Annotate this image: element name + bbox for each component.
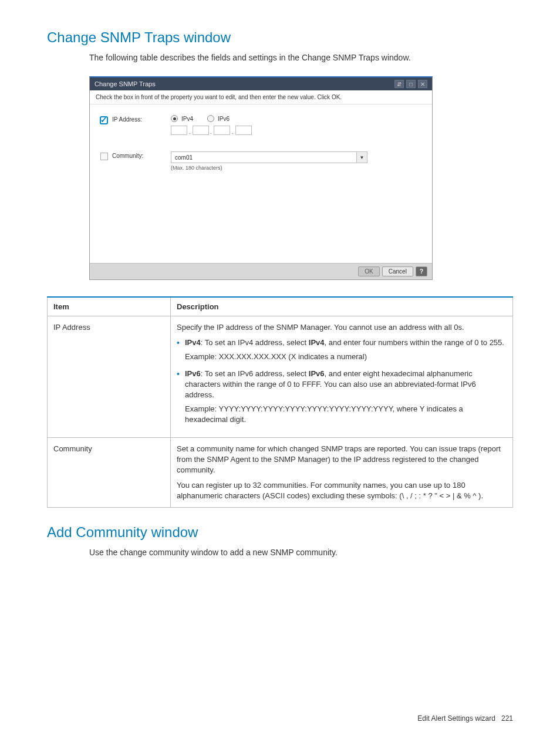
checkbox-community[interactable]	[100, 153, 108, 160]
window-close-icon[interactable]: ✕	[418, 80, 427, 88]
dialog-instruction: Check the box in front of the property y…	[90, 90, 432, 104]
cell-desc-community: Set a community name for which changed S…	[171, 437, 513, 508]
table-row: Community Set a community name for which…	[48, 437, 513, 508]
label-ip-address: IP Address:	[112, 115, 171, 123]
desc-ip-intro: Specify the IP address of the SNMP Manag…	[177, 322, 507, 333]
table-row: IP Address Specify the IP address of the…	[48, 316, 513, 438]
description-table: Item Description IP Address Specify the …	[47, 296, 513, 508]
intro-text: The following table describes the fields…	[89, 53, 513, 62]
cancel-button[interactable]: Cancel	[382, 266, 413, 276]
desc-community-p2: You can register up to 32 communities. F…	[177, 480, 507, 501]
footer-page-number: 221	[501, 714, 513, 723]
th-item: Item	[48, 297, 171, 316]
cell-desc-ip: Specify the IP address of the SNMP Manag…	[171, 316, 513, 438]
radio-ipv4[interactable]: IPv4	[171, 115, 193, 122]
radio-ipv6[interactable]: IPv6	[207, 115, 230, 122]
desc-community-p1: Set a community name for which changed S…	[177, 444, 507, 476]
page-footer: Edit Alert Settings wizard 221	[417, 714, 513, 723]
desc-ip-ipv6: IPv6: To set an IPv6 address, select IPv…	[177, 369, 507, 426]
intro-text-add-community: Use the change community window to add a…	[89, 548, 513, 557]
checkbox-ip-address[interactable]	[100, 116, 108, 124]
section-heading-add-community: Add Community window	[47, 524, 513, 541]
radio-ipv6-circle	[207, 115, 214, 122]
form-row-ip: IP Address: IPv4 IPv6 . . .	[96, 115, 426, 135]
section-heading-change-snmp: Change SNMP Traps window	[47, 29, 513, 46]
ip-segment-4[interactable]	[235, 126, 252, 135]
radio-ipv4-circle	[171, 115, 178, 122]
radio-ipv6-label: IPv6	[218, 116, 230, 122]
dialog-body: IP Address: IPv4 IPv6 . . .	[90, 104, 432, 263]
cell-item-ip: IP Address	[48, 316, 171, 438]
ip-segment-3[interactable]	[214, 126, 230, 135]
desc-ip-ipv4: IPv4: To set an IPv4 address, select IPv…	[177, 337, 507, 362]
window-restore-icon[interactable]: ⇵	[394, 80, 404, 88]
desc-ip-ipv4-example: Example: XXX.XXX.XXX.XXX (X indicates a …	[185, 352, 507, 362]
desc-ip-ipv6-example: Example: YYYY:YYYY:YYYY:YYYY:YYYY:YYYY:Y…	[185, 404, 507, 425]
dialog-title: Change SNMP Traps	[95, 80, 156, 87]
window-maximize-icon[interactable]: □	[406, 80, 416, 88]
dropdown-community-value: com01	[171, 154, 356, 161]
ip-segment-1[interactable]	[171, 126, 187, 135]
dropdown-community[interactable]: com01 ▼	[171, 151, 367, 163]
dialog-change-snmp-traps: Change SNMP Traps ⇵ □ ✕ Check the box in…	[89, 76, 433, 280]
ok-button[interactable]: OK	[358, 266, 379, 276]
dialog-titlebar: Change SNMP Traps ⇵ □ ✕	[90, 77, 432, 90]
cell-item-community: Community	[48, 437, 171, 508]
community-hint: (Max. 180 characters)	[171, 165, 426, 171]
label-community: Community:	[112, 151, 171, 159]
dialog-footer: OK Cancel ?	[90, 263, 432, 279]
chevron-down-icon: ▼	[356, 152, 367, 163]
ip-segment-2[interactable]	[193, 126, 209, 135]
th-description: Description	[171, 297, 513, 316]
form-row-community: Community: com01 ▼ (Max. 180 characters)	[96, 151, 426, 171]
footer-label: Edit Alert Settings wizard	[417, 714, 495, 723]
radio-ipv4-label: IPv4	[181, 116, 193, 122]
help-button[interactable]: ?	[416, 266, 427, 276]
